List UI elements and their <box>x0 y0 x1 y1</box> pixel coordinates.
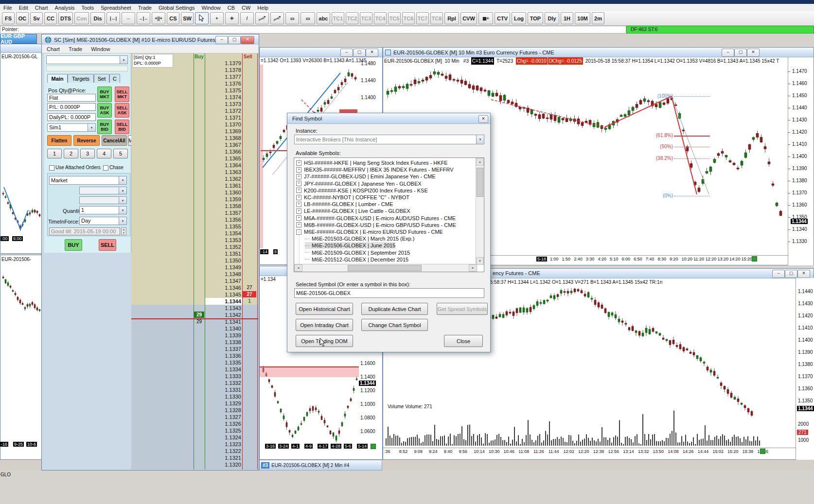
expand-icon[interactable]: + <box>296 174 301 179</box>
left-top-titlebar[interactable] <box>0 44 41 53</box>
ladder-row[interactable]: 1.1348 <box>131 271 258 278</box>
ladder-row[interactable]: 1.1320 <box>131 461 258 469</box>
open-historical-chart-button[interactable]: Open Historical Chart <box>296 303 353 315</box>
ladder-row[interactable]: 1.1359 <box>131 196 258 203</box>
ladder-row[interactable]: 1.1354 <box>131 230 258 237</box>
expand-bars-icon[interactable]: +||+ <box>152 12 165 24</box>
find-symbol-titlebar[interactable]: Find Symbol <box>287 113 490 124</box>
ladder-row[interactable]: 1.1345 <box>131 291 258 298</box>
tree-item[interactable]: +HSI-######-HKFE | Hang Seng Stock Index… <box>296 159 448 166</box>
tab-c[interactable]: C <box>109 74 120 83</box>
ladder-row[interactable]: 1.1352 <box>131 243 258 251</box>
dom-menu-item-window[interactable]: Window <box>91 46 110 52</box>
horizontal-scrollbar[interactable]: ◄► <box>294 264 477 272</box>
chase-checkbox[interactable] <box>103 165 108 171</box>
tree-item[interactable]: -M6E-######-GLOBEX | E-micro EUR/USD Fut… <box>296 228 443 235</box>
ladder-depth-cell[interactable]: 1 <box>243 298 256 304</box>
ray-tool-icon[interactable] <box>255 12 269 24</box>
quantity-combo[interactable]: 1▾ <box>79 206 127 214</box>
expand-icon[interactable]: + <box>296 209 301 214</box>
ladder-row[interactable]: 1.1335 <box>131 359 258 366</box>
open-intraday-chart-button[interactable]: Open Intraday Chart <box>296 319 353 331</box>
compress-bars-icon[interactable]: →|← <box>137 12 150 24</box>
tab-targets[interactable]: Targets <box>68 74 94 83</box>
symbol-combo[interactable]: ▾ <box>46 55 128 64</box>
ladder-row[interactable]: 1.1337 <box>131 346 258 353</box>
ray2-tool-icon[interactable] <box>270 12 284 24</box>
scroll-thumb[interactable] <box>348 265 422 271</box>
ladder-row[interactable]: 1.1361 <box>131 182 258 190</box>
toolbar-button-tc6[interactable]: TC6 <box>402 12 415 24</box>
reverse-button[interactable]: Reverse <box>73 135 100 146</box>
scroll-up-icon[interactable]: ▲ <box>476 158 484 166</box>
expand-icon[interactable]: + <box>296 215 301 221</box>
good-till-spinner[interactable]: ▲▼ <box>121 227 126 235</box>
pointer-tool-icon[interactable] <box>195 12 209 24</box>
bar-spacing-wide-icon[interactable]: ⇔ <box>122 12 135 24</box>
qty-preset-button-5[interactable]: 5 <box>113 149 128 158</box>
ladder-row[interactable]: 1.1339 <box>131 332 258 339</box>
toolbar-button-log[interactable]: Log <box>512 12 526 24</box>
hrect-tool-icon[interactable]: ▭ <box>301 12 315 24</box>
ladder-depth-cell[interactable]: 27 <box>243 291 256 297</box>
menu-item-help[interactable]: Help <box>254 5 272 11</box>
tab-main[interactable]: Main <box>47 74 68 83</box>
rect-tool-icon[interactable]: ▭ <box>285 12 299 24</box>
account-combo[interactable]: Sim1▾ <box>47 123 96 132</box>
buy-bid-button[interactable]: BUY BID <box>97 120 112 134</box>
mid-top-maximize-button[interactable]: ▢ <box>353 49 366 57</box>
tree-item[interactable]: M6E-201506-GLOBEX | June 2015 <box>305 242 395 249</box>
toolbar-button-rpl[interactable]: Rpl <box>444 12 459 24</box>
good-till-field[interactable]: Good till: 2015-05-19 00:00 <box>49 227 120 235</box>
ladder-row[interactable]: 1.1324 <box>131 434 258 441</box>
tab-set[interactable]: Set <box>94 74 109 83</box>
tree-item[interactable]: +J7-######-GLOBEX-USD | Emini Japanese Y… <box>296 173 436 180</box>
bottom-right-minimize-button[interactable]: – <box>772 270 785 278</box>
ladder-row[interactable]: 1.1357 <box>131 209 258 217</box>
toolbar-button-cs[interactable]: CS <box>167 12 179 24</box>
toolbar-button-tc3[interactable]: TC3 <box>360 12 372 24</box>
ladder-row[interactable]: 1.1333 <box>131 373 258 380</box>
tree-item[interactable]: +M6A-######-GLOBEX-USD | E-micro AUD/USD… <box>296 215 456 222</box>
ladder-row[interactable]: 1.1370 <box>131 121 258 128</box>
bottom-right-close-button[interactable]: ✕ <box>797 270 810 278</box>
price2-combo[interactable]: ▾ <box>79 196 127 204</box>
ladder-row[interactable]: 1.1366 <box>131 148 258 156</box>
expand-icon[interactable]: + <box>296 195 301 200</box>
toolbar-button-tc4[interactable]: TC4 <box>374 12 387 24</box>
ladder-row[interactable]: 1.1375 <box>131 87 258 94</box>
ladder-row[interactable]: 1.1365 <box>131 155 258 162</box>
ladder-row[interactable]: 1.1331 <box>131 386 258 394</box>
ladder-row[interactable]: 1.1364 <box>131 162 258 169</box>
toolbar-button-ctv[interactable]: CTV <box>495 12 510 24</box>
ladder-row[interactable]: 1.1351 <box>131 250 258 258</box>
mid-top-minimize-button[interactable]: – <box>340 49 353 57</box>
ladder-row[interactable]: 1.1363 <box>131 169 258 176</box>
toolbar-button-tc7[interactable]: TC7 <box>416 12 429 24</box>
dom-menu-item-trade[interactable]: Trade <box>69 46 82 52</box>
ladder-row[interactable]: 1.1343 <box>131 305 258 312</box>
ladder-row[interactable]: 1.1350 <box>131 257 258 264</box>
ladder-row[interactable]: 1.1325 <box>131 427 258 434</box>
ladder-row[interactable]: 1.1332 <box>131 380 258 387</box>
toolbar-button-tc2[interactable]: TC2 <box>346 12 358 24</box>
ladder-row[interactable]: 1.1356 <box>131 216 258 224</box>
use-attached-orders-checkbox[interactable] <box>49 165 54 171</box>
menu-item-tools[interactable]: Tools <box>78 5 98 11</box>
ladder-row[interactable]: 1.1319 <box>131 468 258 469</box>
menu-item-analysis[interactable]: Analysis <box>52 5 78 11</box>
trendline-tool-icon[interactable]: / <box>240 12 254 24</box>
scroll-left-icon[interactable]: ◄ <box>294 264 302 272</box>
ladder-row[interactable]: 1.1349 <box>131 264 258 271</box>
price1-combo[interactable]: ▾ <box>79 187 127 194</box>
toolbar-button-abc[interactable]: abc <box>317 12 330 24</box>
ladder-row[interactable]: 1.1355 <box>131 223 258 230</box>
toolbar-button-tc5[interactable]: TC5 <box>388 12 401 24</box>
toolbar-button-sv[interactable]: Sv <box>30 12 43 24</box>
expand-icon[interactable]: + <box>296 222 301 227</box>
bar-spacing-icon[interactable]: |↔| <box>106 12 120 24</box>
buy-order-button[interactable]: BUY <box>65 239 82 251</box>
qty-preset-button-3[interactable]: 3 <box>80 149 95 158</box>
sell-bid-button[interactable]: SELL BID <box>115 120 129 134</box>
ladder-row[interactable]: 1.1372 <box>131 107 258 115</box>
